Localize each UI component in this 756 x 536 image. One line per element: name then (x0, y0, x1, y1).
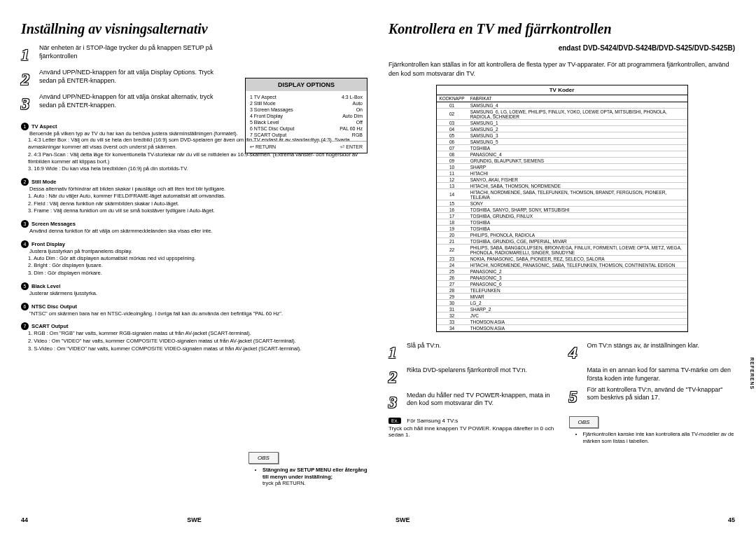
table-row: 32JVC (437, 312, 687, 319)
table-row: 18TOSHIBA (437, 219, 687, 226)
table-row: 33THOMSON ASIA (437, 319, 687, 325)
left-swe: SWE (187, 516, 202, 523)
side-tab: REFERENS (750, 357, 755, 390)
table-row: 21TOSHIBA, GRUNDIG, CGE, IMPERIAL, MIVAR (437, 238, 687, 245)
table-row: 20PHILIPS, PHONOLA, RADIOLA (437, 232, 687, 238)
table-row: 15SONY (437, 200, 687, 207)
display-options-panel: DISPLAY OPTIONS 1 TV Aspect4:3 L-Box 2 S… (245, 78, 368, 153)
table-row: 23NOKIA, PANASONIC, SABA, PIONEER, REZ, … (437, 256, 687, 262)
enter-icon: ENTER (340, 144, 363, 150)
right-page: Kontrollera en TV med fjärrkontrollen en… (388, 21, 735, 529)
table-row: 07TOSHIBA (437, 145, 687, 151)
left-title: Inställning av visningsalternativ (21, 21, 368, 37)
table-row: 03SAMSUNG_1 (437, 120, 687, 126)
table-row: 10SHARP (437, 164, 687, 170)
obs-box-right: OBS (569, 416, 599, 428)
table-row: 31SHARP_2 (437, 306, 687, 312)
table-row: 17TOSHIBA, GRUNDIG, FINLUX (437, 213, 687, 219)
left-pagenum: 44 (21, 516, 28, 523)
left-step-3: 3 Använd UPP/NED-knappen för att välja ö… (21, 93, 229, 115)
left-step-1: 1 När enheten är i STOP-läge trycker du … (21, 44, 229, 66)
panel-title: DISPLAY OPTIONS (246, 78, 367, 91)
table-row: 28TELEFUNKEN (437, 287, 687, 294)
table-row: 11HITACHI (437, 170, 687, 177)
detail-list: 1TV AspectBeroende på vilken typ av TV d… (21, 123, 368, 352)
table-row: 04SAMSUNG_2 (437, 126, 687, 132)
table-row: 02SAMSUNG_6, LG, LOEWE, PHILIPS, FINLUX,… (437, 109, 687, 120)
table-row: 25PANASONIC_2 (437, 268, 687, 275)
table-row: 08PANASONIC_4 (437, 151, 687, 158)
table-row: 22PHILIPS, SABA, BANG&OLUFSEN, BRIONVEGA… (437, 245, 687, 256)
table-row: 14HITACHI, NORDMENDE, SABA, TELEFUNKEN, … (437, 189, 687, 200)
left-page: Inställning av visningsalternativ 1 När … (21, 21, 368, 529)
table-row: 27PANASONIC_6 (437, 281, 687, 287)
table-row: 05SAMSUNG_3 (437, 132, 687, 139)
table-row: 16TOSHIBA, SANYO, SHARP, SONY, MITSUBISH… (437, 207, 687, 213)
right-title: Kontrollera en TV med fjärrkontrollen (388, 21, 735, 37)
right-subtitle: endast DVD-S424/DVD-S424B/DVD-S425/DVD-S… (388, 44, 735, 52)
table-row: 26PANASONIC_3 (437, 275, 687, 281)
table-row: 30LG_2 (437, 300, 687, 306)
return-icon: RETURN (250, 144, 276, 150)
ex-badge: Ex. (388, 418, 401, 424)
table-row: 06SAMSUNG_5 (437, 139, 687, 145)
table-row: 24HITACHI, NORDMENDE, PANASONIC, SABA, T… (437, 262, 687, 268)
table-row: 34THOMSON ASIA (437, 325, 687, 331)
table-row: 19TOSHIBA (437, 226, 687, 232)
table-row: 09GRUNDIG, BLAUPUNKT, SIEMENS (437, 158, 687, 164)
table-row: 12SANYO, AKAI, FISHER (437, 177, 687, 183)
table-row: 13HITACHI, SABA, THOMSON, NORDMENDE (437, 183, 687, 189)
right-pagenum: 45 (728, 516, 735, 523)
table-row: 29MIVAR (437, 294, 687, 300)
left-step-2: 2 Använd UPP/NED-knappen för att välja D… (21, 69, 229, 90)
table-row: 01SAMSUNG_4 (437, 102, 687, 109)
right-intro: Fjärrkontrollen kan ställas in för att k… (388, 60, 735, 78)
right-swe: SWE (396, 516, 410, 523)
codes-table: TV Koder KODKNAPPFABRIKAT 01SAMSUNG_402S… (436, 85, 688, 332)
obs-box-left: OBS (248, 452, 279, 464)
